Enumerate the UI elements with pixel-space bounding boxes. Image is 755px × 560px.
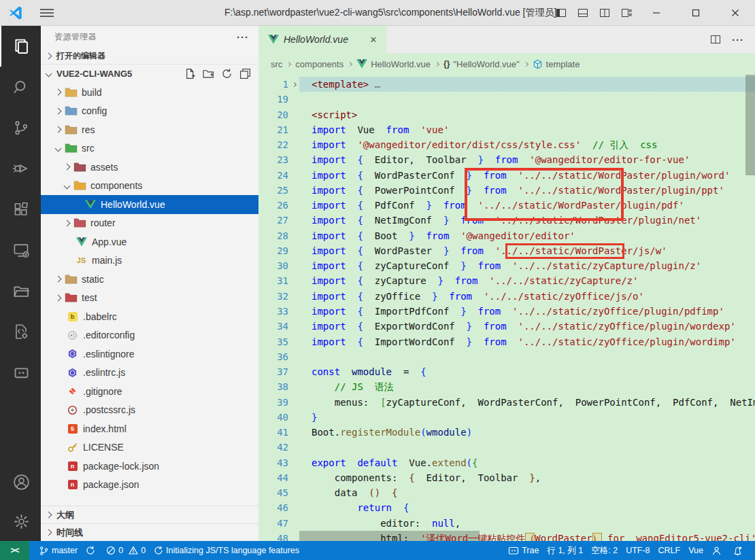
code-line-28[interactable]: 28import { Boot } from '@wangeditor/edit… xyxy=(258,228,755,243)
tree-item-.postcssrc.js[interactable]: .postcssrc.js xyxy=(41,401,258,420)
code-line-37[interactable]: 37const wmodule = { xyxy=(258,364,755,379)
tree-item-static[interactable]: static xyxy=(41,270,258,289)
tree-item-index.html[interactable]: 5index.html xyxy=(41,419,258,438)
outline-section[interactable]: 大纲 xyxy=(41,506,258,523)
new-folder-icon[interactable] xyxy=(203,68,215,80)
new-file-icon[interactable] xyxy=(184,68,197,80)
code-line-21[interactable]: 21import Vue from 'vue' xyxy=(258,122,755,137)
tree-item-router[interactable]: router xyxy=(41,214,258,233)
activity-run-debug-icon[interactable] xyxy=(0,148,41,189)
tab-helloworld-vue[interactable]: HelloWorld.vue ✕ xyxy=(258,26,386,53)
code-line-33[interactable]: 33import { ImportPdfConf } from '../../s… xyxy=(258,304,755,319)
activity-chat-icon[interactable] xyxy=(0,352,41,393)
toggle-panel-icon[interactable] xyxy=(577,7,589,19)
code-line-40[interactable]: 40} xyxy=(258,410,755,425)
code-line-35[interactable]: 35import { ImportWordConf } from '../../… xyxy=(258,334,755,349)
status-feedback[interactable] xyxy=(707,541,728,560)
remote-indicator[interactable]: >< xyxy=(0,541,29,560)
activity-explorer-icon[interactable] xyxy=(0,26,41,67)
status-init-message[interactable]: Initializing JS/TS language features xyxy=(150,541,303,560)
code-line-29[interactable]: 29import { WordPaster } from '../../stat… xyxy=(258,243,755,258)
code-line-22[interactable]: 22import '@wangeditor/editor/dist/css/st… xyxy=(258,137,755,152)
split-editor-icon[interactable] xyxy=(599,7,611,19)
activity-account-icon[interactable] xyxy=(0,462,41,502)
refresh-icon[interactable] xyxy=(221,68,233,80)
code-line-23[interactable]: 23import { Editor, Toolbar } from '@wang… xyxy=(258,152,755,167)
activity-settings-icon[interactable] xyxy=(0,502,41,541)
tree-item-license[interactable]: LICENSE xyxy=(41,438,258,457)
code-line-43[interactable]: 43export default Vue.extend({ xyxy=(258,455,755,470)
code-line-24[interactable]: 24import { WordPasterConf } from '../../… xyxy=(258,168,755,183)
code-line-47[interactable]: 47 editor: null, xyxy=(258,516,755,531)
code-line-32[interactable]: 32import { zyOffice } from '../../static… xyxy=(258,289,755,304)
status-notifications[interactable] xyxy=(728,541,750,560)
tree-item-package-lock.json[interactable]: npackage-lock.json xyxy=(41,457,258,476)
status-problems[interactable]: 00 xyxy=(102,541,150,560)
editor-more-actions-icon[interactable]: ··· xyxy=(732,34,744,46)
code-line-25[interactable]: 25import { PowerPointConf } from '../../… xyxy=(258,183,755,198)
status-branch[interactable]: master xyxy=(35,541,82,560)
tree-item-helloworld.vue[interactable]: HelloWorld.vue xyxy=(41,195,258,214)
code-line-44[interactable]: 44 components: { Editor, Toolbar }, xyxy=(258,470,755,485)
tree-item-.eslintignore[interactable]: .eslintignore xyxy=(41,345,258,364)
code-line-45[interactable]: 45 data () { xyxy=(258,485,755,500)
code-line-19[interactable]: 19 xyxy=(258,92,755,107)
code-line-36[interactable]: 36 xyxy=(258,349,755,364)
status-indentation[interactable]: 空格: 2 xyxy=(587,541,622,560)
tree-item-app.vue[interactable]: App.vue xyxy=(41,232,258,251)
maximize-button[interactable] xyxy=(676,0,716,25)
close-button[interactable] xyxy=(716,0,755,25)
tree-item-main.js[interactable]: JSmain.js xyxy=(41,251,258,270)
code-line-31[interactable]: 31import { zyCapture } from '../../stati… xyxy=(258,273,755,288)
menu-icon[interactable] xyxy=(39,6,56,20)
status-encoding[interactable]: UTF-8 xyxy=(622,541,654,560)
timeline-section[interactable]: 时间线 xyxy=(41,523,258,541)
open-editors-section[interactable]: 打开的编辑器 xyxy=(41,48,258,65)
customize-layout-icon[interactable] xyxy=(620,7,633,19)
fold-chevron-icon[interactable] xyxy=(288,77,299,92)
tree-item-.gitignore[interactable]: .gitignore xyxy=(41,382,258,401)
code-line-1[interactable]: 1<template> … xyxy=(258,77,755,92)
code-line-41[interactable]: 41Boot.registerModule(wmodule) xyxy=(258,425,755,440)
tree-item-build[interactable]: build xyxy=(41,83,258,102)
collapse-all-icon[interactable] xyxy=(239,68,252,80)
tree-item-config[interactable]: config xyxy=(41,102,258,121)
tree-item-res[interactable]: res xyxy=(41,120,258,139)
tree-item-.babelrc[interactable]: b.babelrc xyxy=(41,307,258,326)
explorer-more-icon[interactable]: ··· xyxy=(237,31,249,43)
code-line-27[interactable]: 27import { NetImgConf } from '../../stat… xyxy=(258,213,755,228)
activity-folder-opened-icon[interactable] xyxy=(0,270,41,311)
project-root-header[interactable]: VUE2-CLI-WANG5 xyxy=(41,65,258,83)
code-line-42[interactable]: 42 xyxy=(258,440,755,455)
code-line-48[interactable]: 48 html: '泽优Word一键粘贴控件（WordPaster） for w… xyxy=(258,531,755,541)
activity-remote-explorer-icon[interactable] xyxy=(0,230,41,270)
tree-item-.eslintrc.js[interactable]: .eslintrc.js xyxy=(41,364,258,383)
tree-item-src[interactable]: src xyxy=(41,139,258,158)
breadcrumb-item[interactable]: HelloWorld.vue xyxy=(356,59,431,69)
status-sync[interactable] xyxy=(82,541,102,560)
tab-close-icon[interactable]: ✕ xyxy=(367,33,380,46)
code-line-38[interactable]: 38 // JS 语法 xyxy=(258,379,755,394)
tree-item-components[interactable]: components xyxy=(41,177,258,196)
activity-source-control-icon[interactable] xyxy=(0,107,41,148)
activity-code-settings-icon[interactable] xyxy=(0,311,41,352)
tree-item-.editorconfig[interactable]: .editorconfig xyxy=(41,326,258,345)
tree-item-package.json[interactable]: npackage.json xyxy=(41,476,258,495)
status-trae[interactable]: Trae xyxy=(504,541,543,560)
code-line-20[interactable]: 20<script> xyxy=(258,107,755,122)
tree-item-assets[interactable]: assets xyxy=(41,158,258,177)
minimize-button[interactable] xyxy=(637,0,676,25)
code-line-26[interactable]: 26import { PdfConf } from '../../static/… xyxy=(258,198,755,213)
status-cursor-position[interactable]: 行 1, 列 1 xyxy=(543,541,587,560)
breadcrumb-item[interactable]: src xyxy=(271,59,282,69)
code-area[interactable]: 1<template> …1920<script>21import Vue fr… xyxy=(258,75,755,541)
code-line-30[interactable]: 30import { zyCaptureConf } from '../../s… xyxy=(258,258,755,273)
split-editor-icon[interactable] xyxy=(710,34,721,45)
tree-item-test[interactable]: test xyxy=(41,289,258,308)
status-language-mode[interactable]: Vue xyxy=(684,541,707,560)
breadcrumb-item[interactable]: components xyxy=(295,59,343,69)
code-line-46[interactable]: 46 return { xyxy=(258,500,755,515)
toggle-sidebar-icon[interactable] xyxy=(555,7,567,19)
breadcrumb-item[interactable]: {}"HelloWorld.vue" xyxy=(443,59,519,69)
scrollbar-thumb[interactable] xyxy=(745,75,755,175)
